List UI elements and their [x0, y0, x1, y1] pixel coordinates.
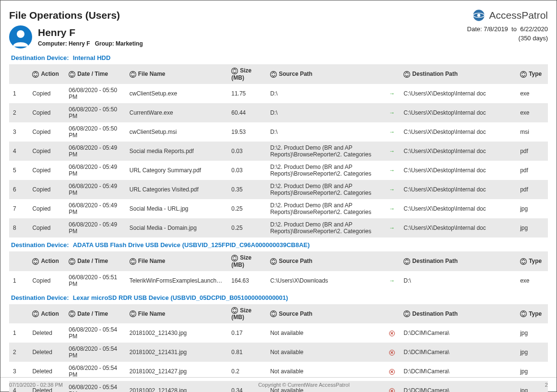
sort-icon — [520, 258, 527, 265]
cell-filename: Social media Reports.pdf — [126, 142, 227, 161]
col-filename[interactable]: File Name — [126, 251, 227, 271]
col-datetime[interactable]: Date / Time — [65, 304, 125, 324]
delete-icon: ✕ — [389, 369, 395, 375]
col-type[interactable]: Type — [516, 304, 548, 324]
cell-dest: D:\DCIM\Camera\ — [400, 323, 516, 343]
arrow-right-icon: → — [389, 148, 395, 154]
arrow-right-icon: → — [389, 277, 395, 284]
cell-action: Deleted — [28, 343, 65, 362]
col-source[interactable]: Source Path — [266, 64, 385, 84]
cell-index: 3 — [9, 122, 28, 142]
cell-size: 164.63 — [227, 271, 266, 290]
footer-page-number: 2 — [545, 382, 548, 388]
footer-timestamp: 07/10/2020 - 02:38 PM — [9, 382, 63, 388]
cell-action: Deleted — [28, 323, 65, 343]
col-dest[interactable]: Destination Path — [400, 64, 516, 84]
arrow-right-icon: → — [389, 167, 395, 174]
cell-filename: URL Categories Visited.pdf — [126, 180, 227, 199]
sort-icon — [403, 310, 410, 317]
cell-type: jpg — [516, 323, 548, 343]
col-size[interactable]: Size (MB) — [227, 251, 266, 271]
cell-dest: C:\Users\X\Desktop\Internal doc — [400, 161, 516, 180]
cell-datetime: 06/08/2020 - 05:54 PM — [65, 343, 125, 362]
cell-dest: D:\ — [400, 271, 516, 290]
cell-datetime: 06/08/2020 - 05:50 PM — [65, 84, 125, 103]
file-operations-table: Action Date / Time File Name Size (MB) S… — [9, 251, 548, 290]
cell-op: → — [385, 218, 400, 238]
cell-datetime: 06/08/2020 - 05:49 PM — [65, 199, 125, 218]
col-dest[interactable]: Destination Path — [400, 251, 516, 271]
cell-source: D:\2. Product Demo (BR and AP Reports)\B… — [266, 161, 385, 180]
destination-device: Destination Device:Internal HDD — [11, 54, 548, 61]
cell-datetime: 06/08/2020 - 05:49 PM — [65, 180, 125, 199]
cell-dest: C:\Users\X\Desktop\Internal doc — [400, 84, 516, 103]
cell-type: exe — [516, 84, 548, 103]
arrow-right-icon: → — [389, 205, 395, 212]
table-row: 2 Deleted 06/08/2020 - 05:54 PM 20181002… — [9, 343, 548, 362]
file-operations-table: Action Date / Time File Name Size (MB) S… — [9, 64, 548, 238]
cell-type: jpg — [516, 343, 548, 362]
col-source[interactable]: Source Path — [266, 251, 385, 271]
cell-source: D:\ — [266, 122, 385, 142]
device-name: Lexar microSD RDR USB Device (USBVID_05D… — [73, 294, 288, 301]
col-type[interactable]: Type — [516, 251, 548, 271]
cell-op: → — [385, 271, 400, 290]
table-row: 2 Copied 06/08/2020 - 05:50 PM CurrentWa… — [9, 103, 548, 122]
brand-name: AccessPatrol — [489, 10, 548, 21]
cell-action: Copied — [28, 199, 65, 218]
sort-icon — [130, 258, 136, 265]
sort-icon — [403, 258, 410, 265]
cell-dest: C:\Users\X\Desktop\Internal doc — [400, 122, 516, 142]
col-action[interactable]: Action — [28, 304, 65, 324]
user-name: Henry F — [38, 27, 143, 38]
sort-icon — [520, 310, 527, 317]
cell-source: D:\2. Product Demo (BR and AP Reports)\B… — [266, 218, 385, 238]
cell-filename: Social Media - URL.jpg — [126, 199, 227, 218]
cell-op: ✕ — [385, 323, 400, 343]
col-action[interactable]: Action — [28, 64, 65, 84]
cell-action: Copied — [28, 218, 65, 238]
col-size[interactable]: Size (MB) — [227, 304, 266, 324]
cell-source: Not available — [266, 323, 385, 343]
col-filename[interactable]: File Name — [126, 304, 227, 324]
col-dest[interactable]: Destination Path — [400, 304, 516, 324]
table-row: 1 Copied 06/08/2020 - 05:50 PM cwClientS… — [9, 84, 548, 103]
avatar-icon — [9, 25, 32, 48]
cell-op: → — [385, 84, 400, 103]
arrow-right-icon: → — [389, 225, 395, 231]
col-datetime[interactable]: Date / Time — [65, 64, 125, 84]
cell-index: 6 — [9, 180, 28, 199]
cell-index: 2 — [9, 343, 28, 362]
delete-icon: ✕ — [389, 331, 395, 336]
cell-index: 1 — [9, 323, 28, 343]
cell-dest: D:\DCIM\Camera\ — [400, 343, 516, 362]
table-row: 6 Copied 06/08/2020 - 05:49 PM URL Categ… — [9, 180, 548, 199]
sort-icon — [270, 258, 277, 265]
cell-filename: CurrentWare.exe — [126, 103, 227, 122]
cell-source: D:\2. Product Demo (BR and AP Reports)\B… — [266, 199, 385, 218]
col-action[interactable]: Action — [28, 251, 65, 271]
user-meta: Computer: Henry F Group: Marketing — [38, 40, 143, 47]
table-row: 4 Copied 06/08/2020 - 05:49 PM Social me… — [9, 142, 548, 161]
col-type[interactable]: Type — [516, 64, 548, 84]
cell-op: → — [385, 103, 400, 122]
cell-action: Copied — [28, 271, 65, 290]
footer-copyright: Copyright © CurrentWare AccessPatrol — [258, 382, 350, 388]
cell-datetime: 06/08/2020 - 05:50 PM — [65, 122, 125, 142]
col-datetime[interactable]: Date / Time — [65, 251, 125, 271]
cell-index: 5 — [9, 161, 28, 180]
col-source[interactable]: Source Path — [266, 304, 385, 324]
sort-icon — [130, 310, 136, 317]
col-size[interactable]: Size (MB) — [227, 64, 266, 84]
cell-source: D:\ — [266, 103, 385, 122]
cell-type: jpg — [516, 199, 548, 218]
footer: 07/10/2020 - 02:38 PM Copyright © Curren… — [0, 377, 557, 392]
cell-size: 0.81 — [227, 343, 266, 362]
brand: AccessPatrol — [473, 9, 548, 22]
sort-icon — [231, 255, 238, 261]
sort-icon — [270, 310, 277, 317]
col-filename[interactable]: File Name — [126, 64, 227, 84]
cell-op: → — [385, 161, 400, 180]
brand-icon — [473, 9, 485, 22]
cell-dest: C:\Users\X\Desktop\Internal doc — [400, 218, 516, 238]
